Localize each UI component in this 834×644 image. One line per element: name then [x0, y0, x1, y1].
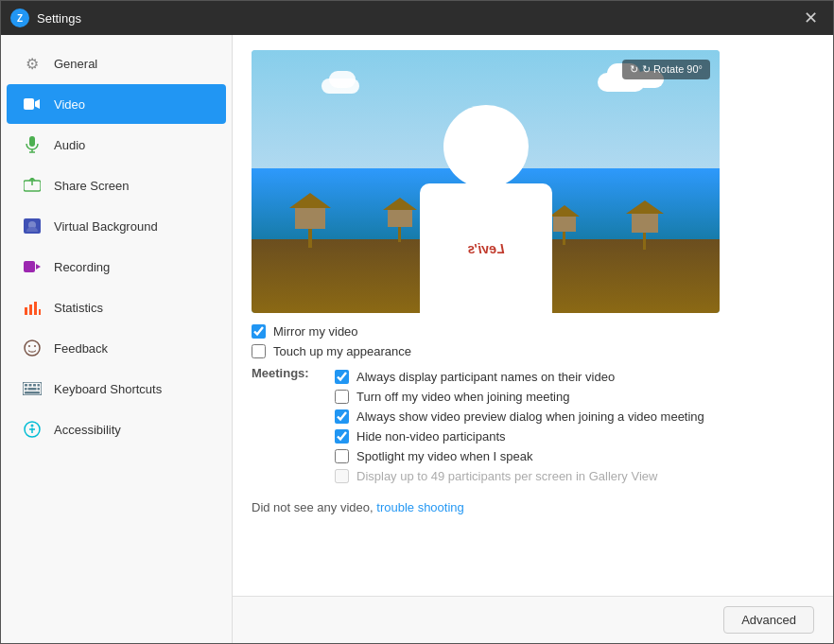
- rotate-label: ↻ Rotate 90°: [642, 63, 703, 76]
- sidebar-item-accessibility[interactable]: Accessibility: [7, 409, 226, 449]
- svg-rect-17: [25, 384, 27, 387]
- close-button[interactable]: ✕: [797, 5, 824, 31]
- title-bar-left: Z Settings: [10, 9, 81, 27]
- turn-off-video-checkbox[interactable]: [335, 390, 349, 404]
- person-body: Levi's: [420, 183, 552, 313]
- sidebar-item-feedback[interactable]: Feedback: [7, 328, 226, 368]
- video-icon: [22, 94, 43, 114]
- sidebar-label-statistics: Statistics: [54, 301, 103, 315]
- statistics-icon: [22, 297, 43, 318]
- sidebar-item-share-screen[interactable]: Share Screen: [7, 165, 226, 205]
- zoom-logo: Z: [10, 9, 29, 27]
- settings-window: Z Settings ✕ ⚙ General Video: [0, 0, 834, 644]
- show-video-preview-label[interactable]: Always show video preview dialog when jo…: [356, 409, 704, 424]
- svg-marker-8: [36, 264, 41, 270]
- gear-icon: ⚙: [22, 53, 43, 74]
- meetings-prefix: Meetings:: [252, 364, 327, 380]
- sidebar-item-recording[interactable]: Recording: [7, 247, 226, 287]
- svg-rect-20: [38, 384, 41, 387]
- main-content: Levi's ↻ ↻ Rotate 90° Mirror my video: [233, 35, 833, 596]
- sidebar-item-keyboard-shortcuts[interactable]: Keyboard Shortcuts: [7, 369, 226, 409]
- touch-up-label[interactable]: Touch up my appearance: [273, 344, 411, 358]
- did-not-see-text: Did not see any video,: [252, 500, 374, 514]
- sidebar-label-accessibility: Accessibility: [54, 423, 121, 437]
- feedback-icon: [22, 338, 43, 358]
- hide-non-video-label[interactable]: Hide non-video participants: [356, 429, 506, 444]
- svg-point-13: [25, 340, 40, 356]
- mirror-video-label[interactable]: Mirror my video: [273, 324, 358, 339]
- trouble-shooting-link[interactable]: trouble shooting: [376, 500, 464, 514]
- virtual-background-icon: [22, 216, 43, 236]
- sidebar-label-audio: Audio: [54, 138, 85, 152]
- person-head: [443, 105, 529, 188]
- meeting-option-4: Hide non-video participants: [335, 429, 814, 444]
- sidebar-label-feedback: Feedback: [54, 341, 108, 356]
- share-screen-icon: [22, 175, 43, 196]
- hide-non-video-checkbox[interactable]: [335, 429, 349, 444]
- shirt-text: Levi's: [467, 241, 504, 256]
- spotlight-video-label[interactable]: Spotlight my video when I speak: [356, 449, 532, 463]
- meetings-section: Meetings: Always display participant nam…: [252, 364, 814, 489]
- sidebar-item-general[interactable]: ⚙ General: [7, 44, 226, 83]
- svg-rect-7: [24, 261, 35, 272]
- always-display-names-label[interactable]: Always display participant names on thei…: [356, 370, 615, 384]
- svg-point-15: [34, 345, 36, 347]
- svg-rect-10: [29, 305, 32, 315]
- svg-point-14: [28, 345, 30, 347]
- svg-rect-1: [29, 136, 35, 147]
- svg-point-26: [31, 425, 34, 427]
- svg-rect-19: [33, 384, 36, 387]
- turn-off-video-label[interactable]: Turn off my video when joining meeting: [356, 390, 569, 404]
- svg-rect-12: [39, 309, 41, 315]
- advanced-button[interactable]: Advanced: [723, 606, 814, 634]
- sidebar-label-video: Video: [54, 97, 85, 112]
- svg-rect-22: [28, 388, 37, 391]
- mirror-video-row: Mirror my video: [252, 324, 814, 339]
- touch-up-checkbox[interactable]: [252, 344, 266, 358]
- sidebar-item-virtual-background[interactable]: Virtual Background: [7, 206, 226, 246]
- sidebar-label-general: General: [54, 57, 97, 71]
- sidebar-item-statistics[interactable]: Statistics: [7, 287, 226, 327]
- video-preview: Levi's ↻ ↻ Rotate 90°: [252, 50, 720, 313]
- svg-rect-18: [29, 384, 32, 387]
- meeting-option-3: Always show video preview dialog when jo…: [335, 409, 814, 424]
- svg-rect-11: [34, 302, 37, 315]
- svg-rect-9: [25, 307, 27, 315]
- person-silhouette: Levi's: [410, 105, 562, 313]
- touch-up-row: Touch up my appearance: [252, 344, 814, 358]
- footer: Advanced: [233, 596, 833, 643]
- sidebar-label-share-screen: Share Screen: [54, 179, 130, 193]
- meeting-option-5: Spotlight my video when I speak: [335, 449, 814, 463]
- troubleshoot-section: Did not see any video, trouble shooting: [252, 500, 814, 514]
- meetings-group: Meetings: Always display participant nam…: [252, 364, 814, 489]
- svg-rect-24: [25, 392, 40, 394]
- svg-rect-0: [24, 98, 34, 110]
- mirror-video-checkbox[interactable]: [252, 324, 266, 339]
- svg-rect-23: [38, 388, 41, 391]
- accessibility-icon: [22, 419, 43, 440]
- sidebar: ⚙ General Video: [1, 35, 233, 643]
- rotate-button[interactable]: ↻ ↻ Rotate 90°: [622, 60, 710, 79]
- content-area: ⚙ General Video: [1, 35, 833, 643]
- sidebar-label-recording: Recording: [54, 260, 110, 274]
- sidebar-item-video[interactable]: Video: [7, 84, 226, 124]
- meeting-option-1: Always display participant names on thei…: [335, 370, 814, 384]
- show-video-preview-checkbox[interactable]: [335, 409, 349, 424]
- gallery-view-label: Display up to 49 participants per screen…: [356, 469, 657, 483]
- recording-icon: [22, 256, 43, 277]
- gallery-view-checkbox[interactable]: [335, 469, 349, 483]
- audio-icon: [22, 134, 43, 155]
- keyboard-shortcuts-icon: [22, 378, 43, 399]
- title-bar: Z Settings ✕: [1, 1, 833, 35]
- meetings-options: Always display participant names on thei…: [335, 364, 814, 489]
- window-title: Settings: [37, 11, 81, 26]
- svg-rect-21: [25, 388, 27, 391]
- sidebar-label-keyboard-shortcuts: Keyboard Shortcuts: [54, 382, 162, 396]
- sidebar-label-virtual-background: Virtual Background: [54, 219, 158, 234]
- always-display-names-checkbox[interactable]: [335, 370, 349, 384]
- sidebar-item-audio[interactable]: Audio: [7, 125, 226, 165]
- spotlight-video-checkbox[interactable]: [335, 449, 349, 463]
- meeting-option-6: Display up to 49 participants per screen…: [335, 469, 814, 483]
- meeting-option-2: Turn off my video when joining meeting: [335, 390, 814, 404]
